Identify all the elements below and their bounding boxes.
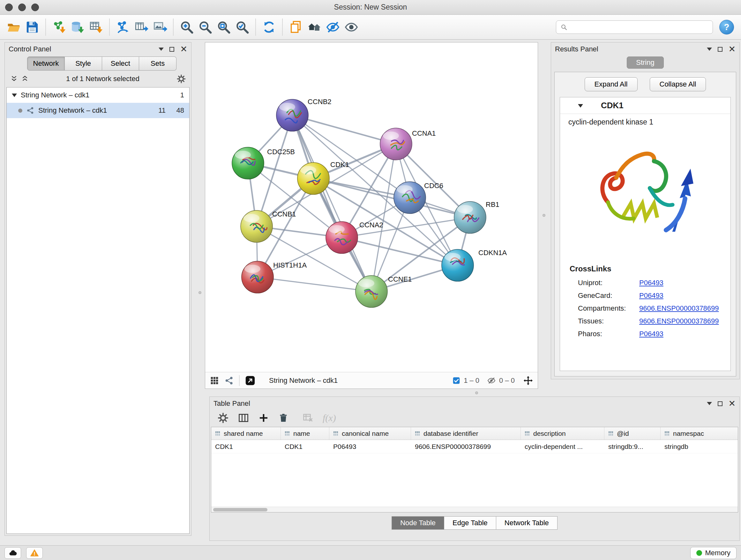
tab-network-table[interactable]: Network Table bbox=[496, 516, 557, 530]
delete-column-icon[interactable] bbox=[278, 413, 289, 423]
panel-close-icon[interactable]: ✕ bbox=[180, 45, 187, 54]
table-cell[interactable]: CDK1 bbox=[211, 440, 281, 453]
column-header-name[interactable]: name bbox=[281, 427, 329, 440]
import-network-file-button[interactable] bbox=[51, 19, 67, 36]
pan-mode-icon[interactable] bbox=[523, 375, 533, 386]
column-header--id[interactable]: @id bbox=[604, 427, 661, 440]
table-cell[interactable]: 9606.ENSP00000378699 bbox=[411, 440, 521, 453]
table-cell[interactable]: cyclin-dependent ... bbox=[521, 440, 604, 453]
splitter-handle[interactable] bbox=[199, 291, 201, 294]
toolbar-separator bbox=[45, 18, 46, 36]
splitter-handle[interactable] bbox=[542, 214, 545, 217]
protein-ribbon-svg bbox=[582, 130, 709, 254]
homes-button[interactable] bbox=[306, 19, 323, 36]
crosslink-link[interactable]: 9606.ENSP00000378699 bbox=[639, 317, 719, 325]
panel-menu-icon[interactable] bbox=[707, 402, 712, 408]
node-label-CCNB2: CCNB2 bbox=[308, 98, 332, 106]
selected-items-icon[interactable] bbox=[452, 376, 461, 385]
new-network-button[interactable] bbox=[115, 19, 131, 36]
scrollbar-thumb[interactable] bbox=[213, 508, 267, 511]
crosslink-link[interactable]: P06493 bbox=[639, 292, 664, 300]
network-edge-CCNE1-HIST1H1A[interactable] bbox=[258, 277, 372, 292]
network-edge-CCNA2-CDKN1A[interactable] bbox=[342, 238, 458, 265]
column-header-namespac[interactable]: namespac bbox=[661, 427, 738, 440]
memory-button[interactable]: Memory bbox=[690, 547, 737, 559]
help-button[interactable]: ? bbox=[719, 20, 734, 35]
table-cell[interactable]: stringdb bbox=[661, 440, 738, 453]
search-input[interactable] bbox=[570, 23, 709, 31]
tab-select[interactable]: Select bbox=[102, 57, 139, 71]
cloud-sync-button[interactable] bbox=[4, 547, 21, 559]
documents-button[interactable] bbox=[287, 19, 304, 36]
table-cell[interactable]: CDK1 bbox=[281, 440, 329, 453]
column-header-canonical-name[interactable]: canonical name bbox=[329, 427, 411, 440]
table-settings-gear-icon[interactable] bbox=[217, 412, 229, 424]
crosslink-link[interactable]: P06493 bbox=[639, 330, 664, 338]
network-canvas[interactable]: CCNB2CCNA1CDC25BCDK1CDC6RB1CCNB1CCNA2CDK… bbox=[205, 43, 538, 372]
gene-entry-header[interactable]: CDK1 bbox=[560, 98, 731, 114]
collapse-all-button[interactable]: Collapse All bbox=[650, 77, 706, 91]
crosslink-link[interactable]: P06493 bbox=[639, 279, 664, 287]
panel-close-icon[interactable]: ✕ bbox=[728, 399, 736, 408]
tab-style[interactable]: Style bbox=[65, 57, 102, 71]
search-box[interactable] bbox=[556, 20, 713, 34]
disclosure-triangle-icon[interactable] bbox=[12, 94, 17, 100]
network-row[interactable]: String Network – cdk1 11 48 bbox=[7, 103, 189, 118]
panel-float-icon[interactable] bbox=[170, 47, 174, 52]
table-cell[interactable]: stringdb:9... bbox=[604, 440, 661, 453]
tab-sets[interactable]: Sets bbox=[139, 57, 177, 71]
column-header-database-identifier[interactable]: database identifier bbox=[411, 427, 521, 440]
network-options-gear-icon[interactable] bbox=[177, 74, 186, 84]
panel-controls: ✕ bbox=[707, 45, 736, 54]
tab-network[interactable]: Network bbox=[27, 57, 65, 71]
export-table-button[interactable] bbox=[133, 19, 150, 36]
column-header-shared-name[interactable]: shared name bbox=[211, 427, 281, 440]
show-columns-icon[interactable] bbox=[238, 412, 249, 424]
table-row[interactable]: CDK1CDK1P064939606.ENSP00000378699cyclin… bbox=[211, 440, 738, 453]
warnings-button[interactable] bbox=[26, 547, 43, 559]
network-collection-row[interactable]: String Network – cdk1 1 bbox=[7, 87, 189, 103]
node-highlight bbox=[279, 103, 295, 111]
import-network-database-button[interactable] bbox=[69, 19, 86, 36]
refresh-button[interactable] bbox=[261, 19, 277, 36]
share-icon bbox=[224, 376, 234, 385]
zoom-out-button[interactable] bbox=[197, 19, 213, 36]
birdseye-view-icon[interactable] bbox=[210, 376, 219, 385]
table-cell[interactable]: P06493 bbox=[329, 440, 411, 453]
open-external-icon[interactable] bbox=[245, 375, 256, 386]
protein-structure-image bbox=[560, 128, 731, 256]
export-image-button[interactable] bbox=[151, 19, 168, 36]
network-glyph-icon[interactable] bbox=[224, 376, 234, 385]
panel-float-icon[interactable] bbox=[718, 47, 723, 52]
zoom-in-button[interactable] bbox=[179, 19, 195, 36]
toolbar-separator bbox=[255, 18, 256, 36]
table-horizontal-scrollbar[interactable] bbox=[211, 507, 738, 512]
hidden-items-icon[interactable] bbox=[487, 376, 496, 385]
zoom-fit-button[interactable] bbox=[215, 19, 232, 36]
main-toolbar: ? bbox=[0, 15, 741, 40]
column-header-description[interactable]: description bbox=[521, 427, 604, 440]
open-session-button[interactable] bbox=[5, 19, 22, 36]
save-session-button[interactable] bbox=[24, 19, 41, 36]
hide-selected-button[interactable] bbox=[325, 19, 341, 36]
panel-close-icon[interactable]: ✕ bbox=[728, 45, 736, 54]
chevrons-up-icon bbox=[21, 75, 29, 83]
panel-menu-icon[interactable] bbox=[158, 48, 164, 53]
collapse-entry-icon[interactable] bbox=[578, 104, 583, 110]
import-table-file-button[interactable] bbox=[88, 19, 105, 36]
expand-tree-icon[interactable] bbox=[10, 75, 18, 83]
tab-node-table[interactable]: Node Table bbox=[392, 516, 444, 530]
open-session-icon bbox=[6, 20, 21, 35]
show-all-button[interactable] bbox=[343, 19, 360, 36]
add-column-icon[interactable] bbox=[258, 413, 269, 423]
tab-edge-table[interactable]: Edge Table bbox=[444, 516, 496, 530]
tab-string[interactable]: String bbox=[627, 57, 664, 69]
titlebar: Session: New Session bbox=[0, 0, 741, 15]
splitter-handle[interactable] bbox=[475, 391, 478, 394]
crosslink-link[interactable]: 9606.ENSP00000378699 bbox=[639, 304, 719, 313]
expand-all-button[interactable]: Expand All bbox=[585, 77, 637, 91]
panel-float-icon[interactable] bbox=[718, 401, 723, 406]
collapse-tree-icon[interactable] bbox=[21, 75, 29, 83]
zoom-selected-button[interactable] bbox=[234, 19, 251, 36]
panel-menu-icon[interactable] bbox=[707, 48, 712, 53]
